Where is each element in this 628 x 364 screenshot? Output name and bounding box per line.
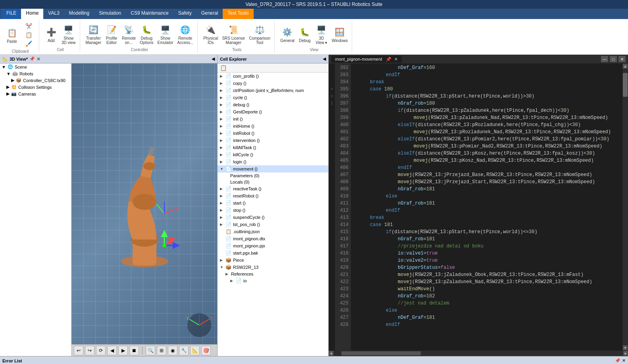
code-close[interactable]: ✕ [618, 56, 626, 62]
code-tab-label: mont_pignon-movement [335, 57, 382, 61]
cell-explorer-add-btn[interactable]: 📋 [220, 65, 227, 71]
scroll-down[interactable]: ▼ [623, 345, 628, 350]
code-minimize[interactable]: — [601, 56, 608, 62]
vp-undo[interactable]: ↩ [74, 346, 83, 355]
code-content[interactable]: nDef_Graf=160 endIf break case 180 if(di… [351, 63, 622, 351]
viewport-3d[interactable]: X Y Z [71, 63, 217, 344]
cell-item-killcycle[interactable]: ▶ 📄 killCycle () [218, 151, 328, 158]
cell-item-gestdeporte[interactable]: ▶ 📄 GestDeporte () [218, 108, 328, 115]
comparison-tool-button[interactable]: ⚖️ ComparisonTool [247, 23, 272, 46]
code-tab-movement[interactable]: mont_pignon-movement 📌 ✕ [331, 56, 402, 63]
cell-item-inithome[interactable]: ▶ 📄 initHome () [218, 123, 328, 130]
vp-redo[interactable]: ↪ [85, 346, 94, 355]
cell-explorer-collapse[interactable]: ◀ [323, 56, 326, 61]
code-maximize[interactable]: □ [610, 56, 617, 62]
tab-modelling[interactable]: Modelling [64, 9, 94, 19]
vp-zoom[interactable]: 🔍 [146, 346, 155, 355]
transfer-manager-button[interactable]: 🔄 TransferManager [84, 23, 103, 46]
cell-item-init[interactable]: ▶ 📄 init () [218, 115, 328, 123]
cell-item-com_profib[interactable]: ▶ 📄 com_profib () [218, 73, 328, 80]
cell-item-rsw22r13[interactable]: ▼ 📦 RSW22R_13 [218, 264, 328, 271]
error-close[interactable]: ✕ [622, 358, 626, 363]
scroll-track[interactable] [622, 69, 628, 345]
show-emulator-button[interactable]: 🖥️ ShowEmulator [156, 23, 175, 46]
vp-target[interactable]: ◉ [168, 346, 177, 355]
tree-item-robots[interactable]: ▼ 🤖 Robots [0, 70, 71, 77]
windows-button[interactable]: 🪟 Windows [330, 25, 350, 44]
cell-item-locals[interactable]: Locals (0) [218, 179, 328, 185]
vp-grid[interactable]: ⊞ [157, 346, 166, 355]
cell-item-initrobot[interactable]: ▶ 📄 initRobot () [218, 130, 328, 137]
cell-item-login[interactable]: ▶ 📄 login () [218, 158, 328, 165]
debug-options-button[interactable]: 🐛 DebugOptions [138, 23, 155, 46]
scroll-thumb[interactable] [623, 73, 628, 97]
profile-editor-button[interactable]: 📝 ProfileEditor [104, 23, 119, 46]
vp-reset[interactable]: ⟳ [96, 346, 106, 355]
cell-item-debug[interactable]: ▶ 📄 debug () [218, 101, 328, 108]
h-scroll-thumb[interactable] [341, 351, 421, 355]
tab-simulation[interactable]: Simulation [94, 9, 126, 19]
cell-item-stop[interactable]: ▶ 📄 stop () [218, 207, 328, 214]
tree-item-collision[interactable]: ▶ 💥 Collision Settings [0, 84, 71, 90]
3d-panel-close[interactable]: ✕ [37, 56, 40, 62]
cell-item-suspendcycle[interactable]: ▶ 📄 suspendCycle () [218, 214, 328, 221]
cell-item-movement[interactable]: ▼ 📄 movement () [218, 165, 328, 172]
tab-safety[interactable]: Safety [173, 9, 196, 19]
general-view-button[interactable]: ⚙️ General [279, 25, 296, 44]
tab-home[interactable]: Home [21, 9, 43, 19]
add-button[interactable]: ➕ Add [43, 25, 59, 44]
cell-item-parameters[interactable]: Parameters (0) [218, 172, 328, 179]
cell-item-io[interactable]: ▶ 📄 io [218, 277, 328, 284]
tab-val3[interactable]: VAL3 [43, 9, 64, 19]
paste-button[interactable]: 📋 Paste [4, 26, 20, 44]
debug-view-button[interactable]: 🐛 Debug [297, 25, 313, 44]
vp-settings[interactable]: 🔧 [179, 346, 189, 355]
cell-item-references[interactable]: ▶ References [218, 271, 328, 277]
remote-access-button[interactable]: 🌐 RemoteAccess... [176, 23, 195, 46]
cell-item-killalltask[interactable]: ▶ 📄 killAllTask () [218, 144, 328, 151]
h-scroll-left[interactable]: ◄ [329, 351, 333, 356]
vp-snap[interactable]: 🎯 [201, 346, 211, 355]
viewport[interactable]: X Y Z ↩ ↪ ⟳ ◀ ▶ ⏹ [71, 63, 217, 356]
cut-button[interactable]: ✂️ 📋 🖌️ [21, 21, 37, 48]
3d-panel-collapse[interactable]: ◀ [212, 56, 215, 61]
tree-item-scene[interactable]: ▼ 🌐 Scene [0, 63, 71, 70]
h-scroll-track[interactable] [333, 351, 623, 355]
physical-ios-button[interactable]: 🔌 PhysicalIOs [202, 23, 220, 46]
code-scrollbar[interactable]: ▲ ▼ [622, 63, 628, 351]
cell-item-copy[interactable]: ▶ 📄 copy () [218, 80, 328, 87]
vp-next[interactable]: ▶ [118, 346, 128, 355]
cell-item-resetrobot[interactable]: ▶ 📄 resetRobot () [218, 192, 328, 199]
tree-item-controller[interactable]: ▶ 📦 Controller_CS8C:tx90 [0, 77, 71, 84]
vp-prev[interactable]: ◀ [107, 346, 117, 355]
error-pin[interactable]: 📌 [615, 358, 620, 363]
tree-item-cameras[interactable]: ▶ 📷 Cameras [0, 90, 71, 97]
remote-access-icon: 🌐 [179, 23, 192, 36]
cell-item-piece[interactable]: ▶ 📦 Piece [218, 257, 328, 264]
cell-item-reactivetask[interactable]: ▶ 📄 reactiveTask () [218, 185, 328, 192]
tab-texttools[interactable]: Text Tools [223, 9, 253, 19]
vp-stop[interactable]: ⏹ [129, 346, 139, 355]
cell-item-outlining[interactable]: ▶ 📋 .outlining.json [218, 228, 328, 235]
cell-item-intervention[interactable]: ▶ 📄 intervention () [218, 137, 328, 144]
debug-view-icon: 🐛 [299, 26, 311, 38]
tab-cs9[interactable]: CS9 Maintenance [126, 9, 173, 19]
scroll-up[interactable]: ▲ [623, 64, 628, 69]
cell-item-mont-pjx[interactable]: ▶ 📄 mont_pignon.pjx [218, 242, 328, 249]
show3dview-button[interactable]: 🖥️ Show3D view [60, 23, 77, 46]
cell-item-start[interactable]: ▶ 📄 start () [218, 199, 328, 207]
cell-item-cycle[interactable]: ▶ 📄 cycle () [218, 94, 328, 101]
3d-view-button[interactable]: 🖥️ 3DView ▾ [314, 23, 329, 46]
h-scrollbar[interactable]: ◄ ► [329, 351, 628, 356]
cell-item-ctrlposition[interactable]: ▶ 📄 ctrlPosition (joint x_jBeforInterv, … [218, 87, 328, 94]
vp-measure[interactable]: 📐 [190, 346, 200, 355]
cell-item-mont-dtx[interactable]: ▶ 📄 mont_pignon.dtx [218, 235, 328, 242]
tab-general[interactable]: General [196, 9, 223, 19]
code-tab-close[interactable]: ✕ [394, 57, 398, 62]
tab-file[interactable]: FILE [2, 9, 21, 19]
h-scroll-right[interactable]: ► [623, 351, 628, 356]
remote-button[interactable]: 📡 Remoteon... [120, 23, 137, 46]
srs-license-button[interactable]: 📜 SRS LicenseManager [220, 23, 247, 46]
cell-item-start-bak[interactable]: ▶ 📄 start.pgx.bak [218, 249, 328, 257]
cell-item-tst_pos_rob[interactable]: ▶ 📄 tst_pos_rob () [218, 221, 328, 228]
